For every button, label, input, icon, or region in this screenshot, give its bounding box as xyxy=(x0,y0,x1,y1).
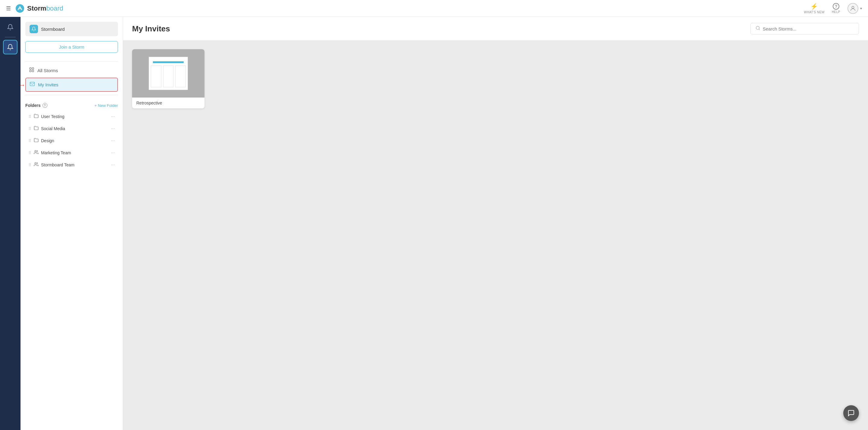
main-layout: Stormboard Join a Storm All Storms → xyxy=(0,17,868,430)
header-right: ⚡ WHAT'S NEW ? HELP ▾ xyxy=(804,3,862,14)
header-left: ☰ Stormboard xyxy=(6,4,63,13)
svg-point-9 xyxy=(756,26,760,30)
folder-icon xyxy=(34,114,39,120)
svg-rect-3 xyxy=(32,68,34,69)
logo-board: board xyxy=(46,4,63,12)
folder-name-stormboard-team: Stormboard Team xyxy=(41,163,108,167)
all-storms-icon xyxy=(29,67,34,74)
thumbnail-col-3 xyxy=(175,65,186,87)
sidebar-divider xyxy=(5,37,16,37)
folder-name-marketing-team: Marketing Team xyxy=(41,150,108,155)
folder-item-marketing-team[interactable]: ⠿ Marketing Team ··· xyxy=(25,147,118,159)
nav-item-all-storms[interactable]: All Storms xyxy=(25,64,118,77)
stormboard-logo-icon xyxy=(15,4,25,13)
folder-icon xyxy=(34,138,39,144)
storm-card-retrospective[interactable]: Retrospective xyxy=(132,49,205,108)
folder-more-icon[interactable]: ··· xyxy=(111,114,115,119)
whats-new-button[interactable]: ⚡ WHAT'S NEW xyxy=(804,3,824,14)
drag-handle-icon: ⠿ xyxy=(28,139,31,143)
workspace-icon xyxy=(30,25,38,33)
hamburger-icon[interactable]: ☰ xyxy=(6,5,11,12)
folder-item-stormboard-team[interactable]: ⠿ Stormboard Team ··· xyxy=(25,159,118,171)
team-icon xyxy=(34,162,39,168)
folder-more-icon[interactable]: ··· xyxy=(111,162,115,168)
content-body: Retrospective xyxy=(123,41,868,430)
drag-handle-icon: ⠿ xyxy=(28,163,31,167)
svg-rect-6 xyxy=(30,82,35,86)
folders-help-icon[interactable]: ? xyxy=(42,103,48,108)
nav-divider-1 xyxy=(25,61,118,62)
nav-divider-2 xyxy=(25,95,118,95)
thumbnail-col-2 xyxy=(163,65,174,87)
whats-new-icon: ⚡ xyxy=(810,3,818,10)
search-icon xyxy=(755,26,760,32)
icon-sidebar xyxy=(0,17,21,430)
folder-name-social-media: Social Media xyxy=(41,126,108,131)
thumbnail-col-1 xyxy=(151,65,161,87)
chevron-down-icon: ▾ xyxy=(860,6,862,10)
logo-area: Stormboard xyxy=(15,4,63,13)
whats-new-label: WHAT'S NEW xyxy=(804,10,824,14)
drag-handle-icon: ⠿ xyxy=(28,126,31,131)
main-content: My Invites xyxy=(123,17,868,430)
my-invites-label: My Invites xyxy=(38,82,59,87)
folder-more-icon[interactable]: ··· xyxy=(111,150,115,155)
thumbnail-preview xyxy=(149,57,188,90)
page-title: My Invites xyxy=(132,24,170,33)
search-input[interactable] xyxy=(763,26,854,31)
icon-sidebar-item-2[interactable] xyxy=(3,40,18,54)
workspace-name: Stormboard xyxy=(41,27,65,32)
svg-rect-2 xyxy=(30,68,31,69)
svg-rect-4 xyxy=(30,70,31,72)
folder-more-icon[interactable]: ··· xyxy=(111,126,115,131)
logo-text: Stormboard xyxy=(27,4,63,12)
team-icon xyxy=(34,150,39,156)
thumbnail-blue-bar xyxy=(153,61,184,63)
help-icon: ? xyxy=(833,3,839,10)
folder-item-social-media[interactable]: ⠿ Social Media ··· xyxy=(25,123,118,134)
content-header: My Invites xyxy=(123,17,868,41)
thumbnail-lines xyxy=(151,65,186,87)
icon-sidebar-item-1[interactable] xyxy=(3,20,18,34)
drag-handle-icon: ⠿ xyxy=(28,151,31,155)
drag-handle-icon: ⠿ xyxy=(28,114,31,119)
folder-name-user-testing: User Testing xyxy=(41,114,108,119)
my-invites-icon xyxy=(30,81,35,88)
folder-more-icon[interactable]: ··· xyxy=(111,138,115,143)
svg-point-8 xyxy=(35,163,36,164)
search-box[interactable] xyxy=(750,23,859,34)
chat-button[interactable] xyxy=(843,405,859,421)
help-label: HELP xyxy=(832,10,840,13)
help-button[interactable]: ? HELP xyxy=(832,3,840,13)
folder-name-design: Design xyxy=(41,138,108,143)
folders-title: Folders ? xyxy=(25,103,48,108)
svg-point-1 xyxy=(852,6,854,8)
folder-icon xyxy=(34,125,39,132)
nav-sidebar: Stormboard Join a Storm All Storms → xyxy=(21,17,123,430)
storm-thumbnail xyxy=(132,49,205,97)
logo-storm: Storm xyxy=(27,4,46,12)
avatar xyxy=(847,3,858,14)
new-folder-button[interactable]: + New Folder xyxy=(94,103,118,108)
folder-item-user-testing[interactable]: ⠿ User Testing ··· xyxy=(25,111,118,122)
folders-header: Folders ? + New Folder xyxy=(25,103,118,108)
svg-point-7 xyxy=(35,150,36,152)
top-header: ☰ Stormboard ⚡ WHAT'S NEW ? HELP xyxy=(0,0,868,17)
svg-rect-5 xyxy=(32,70,34,72)
nav-arrow-icon: → xyxy=(21,81,25,88)
nav-item-my-invites[interactable]: → My Invites xyxy=(25,78,118,92)
all-storms-label: All Storms xyxy=(37,68,58,73)
storm-card-label: Retrospective xyxy=(132,97,205,108)
folder-item-design[interactable]: ⠿ Design ··· xyxy=(25,135,118,146)
join-storm-button[interactable]: Join a Storm xyxy=(25,41,118,53)
user-avatar-button[interactable]: ▾ xyxy=(847,3,862,14)
workspace-button[interactable]: Stormboard xyxy=(25,22,118,36)
